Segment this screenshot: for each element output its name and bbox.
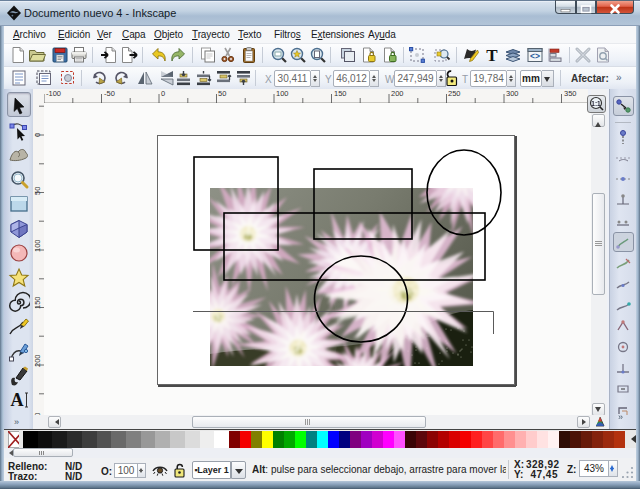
svg-text:350: 350 <box>564 89 577 98</box>
svg-text:-100: -100 <box>46 89 61 98</box>
svg-text:0: 0 <box>161 89 165 98</box>
svg-text:1:1: 1:1 <box>591 100 601 107</box>
svg-text:<>: <> <box>530 51 540 61</box>
svg-text:300: 300 <box>506 89 519 98</box>
svg-text:150: 150 <box>334 89 347 98</box>
svg-text:200: 200 <box>33 354 42 367</box>
svg-text:100: 100 <box>276 89 289 98</box>
svg-text:150: 150 <box>33 296 42 309</box>
svg-text:-50: -50 <box>104 89 115 98</box>
svg-text:200: 200 <box>391 89 404 98</box>
svg-text:A: A <box>11 390 24 410</box>
svg-text:T: T <box>486 46 498 64</box>
svg-text:50: 50 <box>218 89 226 98</box>
svg-text:0: 0 <box>33 133 42 137</box>
svg-text:250: 250 <box>448 89 461 98</box>
svg-text:100: 100 <box>33 239 42 252</box>
svg-text:50: 50 <box>33 187 42 195</box>
